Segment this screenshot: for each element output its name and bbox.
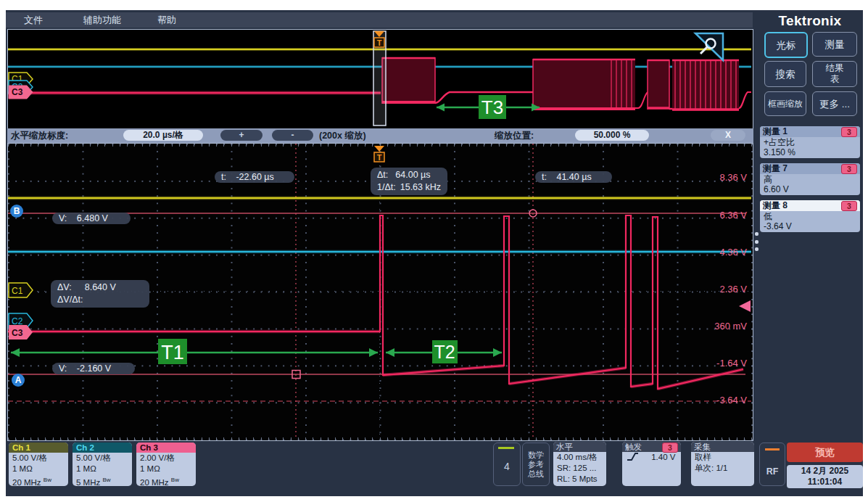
t3-time-annotation: T3 [437, 95, 540, 119]
panel-drag-handle[interactable] [753, 232, 759, 251]
menu-bar: 文件 辅助功能 帮助 [6, 12, 753, 28]
channel-1-name: Ch 1 [9, 443, 68, 453]
ch3-marker-overview[interactable]: C3 [9, 86, 33, 99]
acquisition-title: 采集 [691, 442, 754, 452]
zoom-scale-value[interactable]: 20.0 µs/格 [123, 130, 203, 141]
horizontal-scale: 4.00 ms/格 [553, 452, 606, 463]
cursor-b-badge[interactable]: B [10, 205, 23, 218]
svg-text:C3: C3 [12, 328, 23, 338]
channel-3-scale: 2.00 V/格 [136, 453, 196, 464]
preview-button[interactable]: 预览 [787, 443, 863, 462]
results-table-button[interactable]: 结果 表 [812, 61, 857, 87]
channel-2-scale: 5.00 V/格 [73, 453, 132, 464]
svg-text:2.36 V: 2.36 V [719, 284, 747, 295]
trigger-level: 1.40 V [651, 453, 675, 461]
rf-button[interactable]: RF [759, 443, 785, 486]
trigger-source-badge: 3 [662, 443, 678, 453]
channel-2-bandwidth: 5 MHz Bw [73, 474, 132, 486]
menu-help[interactable]: 帮助 [157, 12, 176, 28]
zoom-close-button[interactable]: X [711, 130, 745, 141]
zoom-in-button[interactable]: + [220, 130, 263, 141]
acquisition-mode: 取样 [691, 452, 754, 463]
zoom-position-value[interactable]: 50.000 % [575, 130, 649, 141]
zoom-factor-label: (200x 缩放) [319, 128, 366, 143]
channel-1-scale: 5.00 V/格 [9, 453, 68, 464]
svg-text:C3: C3 [12, 87, 23, 97]
cursor-a-time-readout: t: -22.60 µs [215, 171, 294, 183]
channel-3-badge[interactable]: Ch 3 2.00 V/格 1 MΩ 20 MHz Bw [136, 443, 196, 486]
rf-label: RF [760, 466, 785, 477]
channel-1-impedance: 1 MΩ [9, 464, 68, 474]
overview-waveform-area[interactable]: T3 T C1 C2 C3 [7, 29, 753, 129]
menu-utility[interactable]: 辅助功能 [83, 12, 121, 28]
measurement-7-tile[interactable]: 测量 73 高 6.60 V [760, 163, 860, 195]
channel-1-bandwidth: 20 MHz Bw [9, 474, 68, 486]
measurement-7-source-badge: 3 [841, 164, 857, 174]
horizontal-title: 水平 [553, 442, 606, 452]
svg-text:-1.64 V: -1.64 V [716, 358, 747, 369]
delta-time-readout: Δt:64.00 µs 1/Δt:15.63 kHz [371, 168, 447, 195]
oscilloscope-app: 文件 辅助功能 帮助 [6, 10, 863, 496]
waveform-count-panel[interactable]: 4 [493, 443, 521, 486]
acquisition-sequence: 单次: 1/1 [691, 463, 754, 474]
trigger-position-marker-zoomed[interactable]: T [374, 146, 384, 162]
ch1-marker-zoomed[interactable]: C1 [9, 283, 33, 297]
channel-3-bandwidth: 20 MHz Bw [136, 474, 196, 486]
horizontal-sample-rate: SR: 125 ... [553, 463, 606, 474]
time: 11:01:04 [787, 477, 863, 487]
zoom-scale-label: 水平缩放标度: [11, 128, 68, 143]
channel-2-badge[interactable]: Ch 2 5.00 V/格 1 MΩ 5 MHz Bw [73, 443, 132, 486]
cursor-b-time-readout: t: 41.40 µs [535, 171, 612, 183]
draw-a-box-button[interactable]: 框画缩放 [764, 91, 806, 116]
tektronix-logo: Tektronix [757, 13, 863, 29]
svg-text:4.36 V: 4.36 V [719, 247, 747, 258]
measurement-8-type: 低 [760, 211, 860, 221]
ch3-marker-zoomed[interactable]: C3 [9, 325, 33, 340]
date: 14 2月 2025 [787, 466, 863, 477]
t2-time-annotation: T2 [386, 340, 502, 363]
measurement-1-value: 3.150 % [760, 147, 860, 157]
screen: 文件 辅助功能 帮助 [0, 0, 868, 502]
channel-3-name: Ch 3 [136, 443, 196, 453]
t1-time-annotation: T1 [11, 339, 378, 364]
zoom-position-label: 缩放位置: [495, 128, 534, 143]
svg-text:8.36 V: 8.36 V [719, 172, 747, 183]
svg-text:T: T [377, 38, 382, 47]
zoom-toolbar: 水平缩放标度: 20.0 µs/格 + - (200x 缩放) 缩放位置: 50… [7, 128, 753, 143]
svg-text:-3.64 V: -3.64 V [716, 395, 747, 406]
channel-3-impedance: 1 MΩ [136, 464, 196, 474]
channel-1-badge[interactable]: Ch 1 5.00 V/格 1 MΩ 20 MHz Bw [9, 443, 68, 486]
t2-label: T2 [434, 342, 455, 362]
t3-label: T3 [481, 96, 503, 118]
cursor-b-voltage-readout: V: 6.480 V [52, 213, 131, 224]
zoomed-waveform-area[interactable]: T T1 T2 C1 [7, 143, 753, 441]
measurement-8-source-badge: 3 [841, 201, 857, 211]
trigger-panel[interactable]: 触发 3 1.40 V [622, 442, 681, 486]
measure-button[interactable]: 测量 [812, 32, 857, 57]
measurement-8-tile[interactable]: 测量 83 低 -3.64 V [760, 200, 860, 232]
math-ref-bus-button[interactable]: 数学 参考 总线 [522, 443, 550, 486]
more-button[interactable]: 更多 ... [812, 91, 857, 116]
zoom-out-button[interactable]: - [272, 130, 313, 141]
acquisition-panel[interactable]: 采集 取样 单次: 1/1 [691, 442, 754, 486]
menu-file[interactable]: 文件 [24, 12, 43, 28]
zoom-magnifier-icon[interactable] [695, 33, 723, 60]
trigger-title: 触发 3 [622, 442, 681, 452]
trigger-level-arrow[interactable] [739, 300, 751, 312]
measurement-1-source-badge: 3 [841, 127, 857, 137]
search-button[interactable]: 搜索 [764, 61, 806, 87]
rf-color-bar [765, 448, 780, 450]
cursor-a-badge[interactable]: A [12, 374, 25, 387]
svg-text:6.36 V: 6.36 V [719, 210, 747, 221]
cursors-button[interactable]: 光标 [764, 32, 808, 58]
cursor-a-voltage-readout: V: -2.160 V [52, 363, 135, 374]
rising-edge-icon [626, 452, 639, 461]
svg-text:C1: C1 [12, 286, 23, 296]
measurement-8-value: -3.64 V [760, 221, 860, 231]
t1-label: T1 [161, 342, 184, 363]
delta-voltage-readout: ΔV:8.640 V ΔV/Δt: [51, 280, 149, 308]
measurement-7-value: 6.60 V [760, 184, 860, 194]
horizontal-panel[interactable]: 水平 4.00 ms/格 SR: 125 ... RL: 5 Mpts [553, 442, 606, 486]
svg-text:360 mV: 360 mV [714, 321, 747, 332]
measurement-1-tile[interactable]: 测量 13 +占空比 3.150 % [760, 126, 860, 158]
